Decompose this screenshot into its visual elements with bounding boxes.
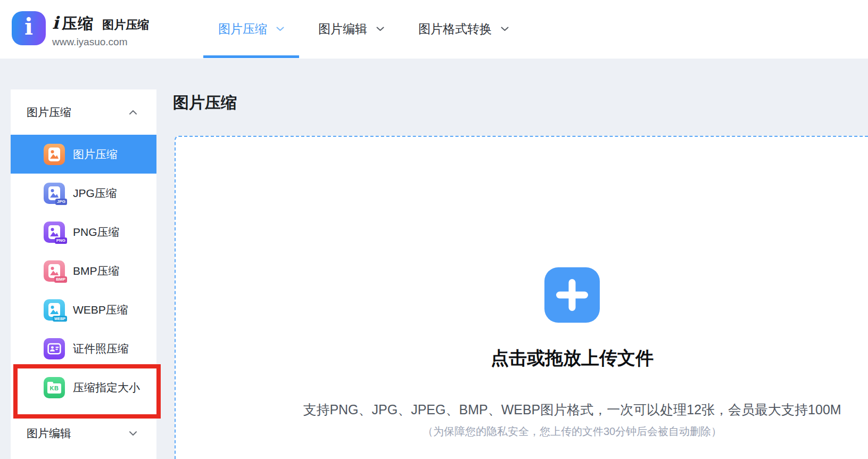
top-header: i i 压缩 图片压缩 www.iyasuo.com 图片压缩 图片编辑 [0, 0, 868, 59]
sidebar-section-label: 图片编辑 [27, 426, 71, 441]
plus-icon [569, 279, 576, 311]
upload-format-hint: 支持PNG、JPG、JPEG、BMP、WEBP图片格式，一次可以处理12张，会员… [303, 401, 841, 419]
jpg-badge: JPG [55, 199, 67, 205]
sidebar-item-label: PNG压缩 [73, 225, 120, 240]
brand-logo-icon: i [12, 11, 46, 45]
webp-badge: WEBP [53, 316, 67, 322]
chevron-down-icon [129, 431, 137, 436]
png-badge: PNG [55, 237, 67, 244]
sidebar: 图片压缩 图片压缩 [11, 89, 156, 459]
chevron-down-icon [376, 27, 384, 31]
upload-plus-button[interactable] [544, 267, 600, 323]
chevron-down-icon [501, 27, 509, 31]
bmp-compress-icon: BMP [44, 260, 65, 282]
id-photo-compress-icon [44, 338, 65, 359]
nav-item-format-convert[interactable]: 图片格式转换 [418, 21, 509, 37]
sidebar-section-label: 图片压缩 [27, 105, 71, 120]
png-compress-icon: PNG [44, 222, 65, 243]
nav-active-underline [203, 55, 299, 58]
chevron-down-icon [276, 27, 284, 31]
nav-item-image-edit[interactable]: 图片编辑 [318, 21, 384, 37]
sidebar-item-label: WEBP压缩 [73, 302, 128, 317]
page-title: 图片压缩 [173, 92, 237, 114]
brand-logo[interactable]: i i 压缩 图片压缩 www.iyasuo.com [12, 11, 149, 48]
sidebar-item-label: BMP压缩 [73, 264, 120, 278]
image-compress-icon [44, 144, 65, 165]
jpg-compress-icon: JPG [44, 183, 65, 204]
sidebar-item-label: JPG压缩 [73, 186, 117, 201]
webp-compress-icon: WEBP [44, 299, 65, 321]
nav-item-label: 图片格式转换 [418, 21, 492, 37]
upload-dropzone[interactable]: 点击或拖放上传文件 支持PNG、JPG、JPEG、BMP、WEBP图片格式，一次… [175, 136, 868, 459]
sidebar-item-png-compress[interactable]: PNG PNG压缩 [11, 212, 156, 251]
nav-item-label: 图片编辑 [318, 21, 367, 37]
sidebar-item-label: 证件照压缩 [73, 341, 129, 356]
nav-item-label: 图片压缩 [218, 21, 267, 37]
brand-text: i 压缩 图片压缩 www.iyasuo.com [52, 11, 149, 48]
page: i i 压缩 图片压缩 www.iyasuo.com 图片压缩 图片编辑 [0, 0, 868, 459]
sidebar-item-id-photo-compress[interactable]: 证件照压缩 [11, 329, 156, 368]
sidebar-item-webp-compress[interactable]: WEBP WEBP压缩 [11, 290, 156, 329]
sidebar-item-jpg-compress[interactable]: JPG JPG压缩 [11, 174, 156, 212]
sidebar-item-bmp-compress[interactable]: BMP BMP压缩 [11, 251, 156, 290]
nav-item-image-compress[interactable]: 图片压缩 [218, 21, 284, 37]
sidebar-item-compress-to-size[interactable]: KB 压缩指定大小 [11, 368, 156, 407]
upload-privacy-note: （为保障您的隐私安全，您上传的文件30分钟后会被自动删除） [423, 424, 722, 439]
logo-letter: i [24, 16, 33, 38]
chevron-up-icon [129, 110, 137, 115]
sidebar-item-label: 压缩指定大小 [73, 380, 140, 395]
sidebar-section-image-compress[interactable]: 图片压缩 [11, 89, 156, 135]
sidebar-item-label: 图片压缩 [73, 147, 118, 162]
brand-tagline: 图片压缩 [102, 17, 149, 33]
brand-name-i: i [52, 13, 59, 33]
sidebar-section-image-edit[interactable]: 图片编辑 [11, 414, 156, 453]
brand-url: www.iyasuo.com [52, 36, 149, 48]
bmp-badge: BMP [54, 276, 67, 283]
sidebar-item-image-compress[interactable]: 图片压缩 [11, 135, 156, 174]
brand-name: 压缩 [62, 13, 94, 35]
compress-to-size-icon: KB [44, 377, 65, 398]
upload-title: 点击或拖放上传文件 [491, 346, 654, 371]
kb-folder-icon: KB [47, 383, 61, 394]
main-nav: 图片压缩 图片编辑 图片格式转换 [218, 0, 509, 58]
kb-badge: KB [50, 385, 59, 391]
